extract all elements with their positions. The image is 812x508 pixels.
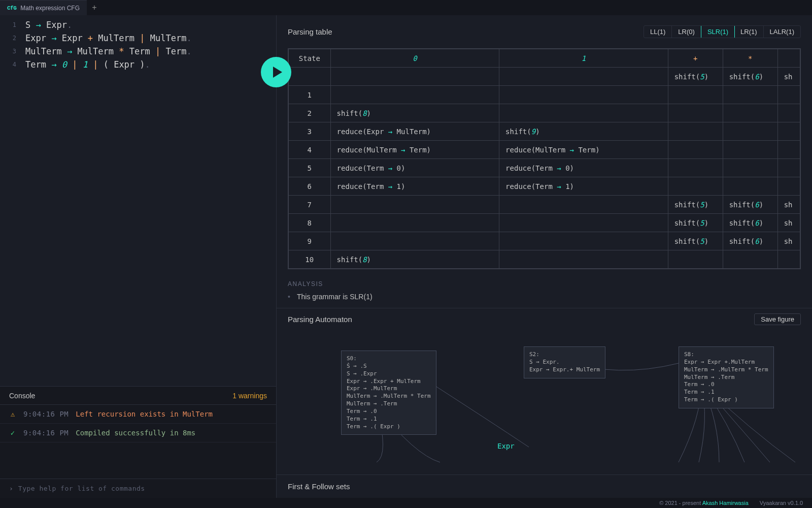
col-header: 1 (582, 54, 586, 62)
action-cell: shift(6) (723, 232, 777, 250)
action-cell (723, 104, 777, 122)
action-cell: shift(6) (723, 68, 777, 86)
console-title: Console (9, 392, 35, 400)
action-cell: sh (777, 196, 800, 214)
edge-label: Expr (497, 442, 515, 450)
analysis-label: ANALYSIS (288, 280, 801, 288)
log-message: Compiled successfully in 8ms (76, 429, 195, 437)
action-cell: shift(5) (668, 68, 723, 86)
state-cell: 6 (289, 177, 331, 196)
tab-slr1[interactable]: SLR(1) (701, 25, 735, 38)
table-row: 1 (289, 86, 800, 104)
action-cell: shift(8) (330, 104, 499, 122)
action-cell (777, 141, 800, 159)
tab-add-button[interactable]: + (87, 0, 102, 15)
table-row: 10shift(8) (289, 250, 800, 269)
action-cell (777, 86, 800, 104)
table-row: 6reduce(Term → 1)reduce(Term → 1) (289, 177, 800, 196)
state-cell: 8 (289, 214, 331, 232)
run-button[interactable] (261, 57, 291, 87)
action-cell (499, 104, 668, 122)
action-cell (777, 104, 800, 122)
state-node-s0[interactable]: S0: Ṡ → .S S → .Expr Expr → .Expr + MulT… (341, 351, 436, 435)
tab-lr0[interactable]: LR(0) (672, 26, 701, 38)
state-cell: 2 (289, 104, 331, 122)
action-cell (499, 86, 668, 104)
action-cell: shift(5) (668, 196, 723, 214)
footer: © 2021 - present Akash Hamirwasia Vyaaka… (0, 498, 812, 508)
action-cell (723, 86, 777, 104)
action-cell: shift(6) (723, 214, 777, 232)
action-cell: shift(6) (723, 196, 777, 214)
first-follow-title: First & Follow sets (288, 482, 350, 491)
code-line[interactable]: Term → 0 | 1 | ( Expr ). (25, 59, 150, 70)
action-cell: shift(5) (668, 232, 723, 250)
action-cell (330, 196, 499, 214)
state-node-s8[interactable]: S8: Expr → Expr +.MulTerm MulTerm → .Mul… (679, 346, 774, 408)
tab-active[interactable]: CfG Math expression CFG (0, 0, 87, 15)
action-cell: reduce(Term → 1) (330, 177, 499, 196)
action-cell (499, 232, 668, 250)
action-cell: reduce(MulTerm → Term) (499, 141, 668, 159)
action-cell: reduce(Expr → MulTerm) (330, 122, 499, 141)
action-cell: reduce(Term → 0) (499, 159, 668, 177)
console-input[interactable]: › Type help for list of commands (0, 479, 276, 498)
action-cell: shift(5) (668, 214, 723, 232)
col-state: State (289, 49, 331, 68)
automaton-section: Parsing Automaton Save figure S0: Ṡ → .S… (277, 308, 812, 475)
col-header: * (748, 54, 752, 62)
action-cell: reduce(Term → 0) (330, 159, 499, 177)
analysis-block: ANALYSIS This grammar is SLR(1) (288, 280, 801, 301)
state-cell: 3 (289, 122, 331, 141)
action-cell: reduce(MulTerm → Term) (330, 141, 499, 159)
table-row: 7shift(5)shift(6)sh (289, 196, 800, 214)
action-cell (668, 122, 723, 141)
copyright: © 2021 - present Akash Hamirwasia (659, 500, 749, 506)
author-link[interactable]: Akash Hamirwasia (702, 500, 749, 506)
save-figure-button[interactable]: Save figure (754, 313, 801, 325)
cfg-icon: CfG (7, 5, 16, 11)
console-row: ⚠ 9:04:16 PM Left recursion exists in Mu… (0, 405, 276, 424)
action-cell (330, 214, 499, 232)
analysis-item: This grammar is SLR(1) (288, 293, 801, 301)
action-cell (777, 177, 800, 196)
tab-lalr1[interactable]: LALR(1) (764, 26, 800, 38)
line-number: 3 (0, 48, 25, 55)
table-row: shift(5)shift(6)sh (289, 68, 800, 86)
action-cell (777, 122, 800, 141)
parsing-table[interactable]: State 0 1 + * shift(5)shift(6)sh12shift(… (288, 48, 801, 269)
table-row: 5reduce(Term → 0)reduce(Term → 0) (289, 159, 800, 177)
action-cell (668, 159, 723, 177)
action-cell: reduce(Term → 1) (499, 177, 668, 196)
state-cell: 1 (289, 86, 331, 104)
table-row: 4reduce(MulTerm → Term)reduce(MulTerm → … (289, 141, 800, 159)
action-cell (777, 250, 800, 269)
code-line[interactable]: Expr → Expr + MulTerm | MulTerm. (25, 33, 192, 43)
grammar-editor[interactable]: 1S → Expr. 2Expr → Expr + MulTerm | MulT… (0, 15, 276, 386)
parsing-table-title: Parsing table (288, 27, 332, 36)
code-line[interactable]: S → Expr. (25, 20, 72, 30)
parser-type-tabs: LL(1) LR(0) SLR(1) LR(1) LALR(1) (644, 25, 801, 38)
success-icon: ✓ (9, 429, 16, 437)
action-cell (777, 159, 800, 177)
automaton-graph[interactable]: S0: Ṡ → .S S → .Expr Expr → .Expr + MulT… (288, 335, 801, 462)
warnings-badge[interactable]: 1 warnings (232, 392, 267, 400)
console-log: ⚠ 9:04:16 PM Left recursion exists in Mu… (0, 405, 276, 479)
tab-lr1[interactable]: LR(1) (734, 26, 764, 38)
code-line[interactable]: MulTerm → MulTerm * Term | Term. (25, 46, 192, 56)
line-number: 2 (0, 35, 25, 42)
console-placeholder: Type help for list of commands (18, 485, 145, 492)
action-cell (723, 141, 777, 159)
action-cell (723, 159, 777, 177)
col-header: 0 (413, 54, 417, 62)
state-node-s2[interactable]: S2: S → Expr. Expr → Expr.+ MulTerm (524, 346, 605, 378)
prompt-caret-icon: › (9, 485, 13, 492)
state-cell: 9 (289, 232, 331, 250)
table-row: 2shift(8) (289, 104, 800, 122)
version-label: Vyaakaran v0.1.0 (760, 500, 803, 506)
action-cell (499, 68, 668, 86)
tab-ll1[interactable]: LL(1) (644, 26, 672, 38)
first-follow-section[interactable]: First & Follow sets (277, 475, 812, 498)
right-pane: Parsing table LL(1) LR(0) SLR(1) LR(1) L… (277, 15, 812, 498)
state-cell (289, 68, 331, 86)
